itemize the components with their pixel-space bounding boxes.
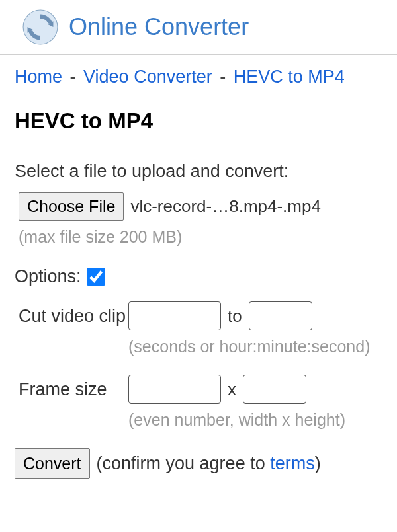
breadcrumb-sep: - — [70, 67, 76, 87]
confirm-prefix: (confirm you agree to — [97, 453, 271, 473]
breadcrumb-current[interactable]: HEVC to MP4 — [234, 67, 345, 87]
cut-to-label: to — [228, 306, 242, 326]
selected-filename: vlc-record-…8.mp4-.mp4 — [130, 196, 321, 217]
frame-hint: (even number, width x height) — [128, 410, 345, 430]
brand-name: Online Converter — [69, 13, 249, 41]
frame-width-input[interactable] — [128, 375, 221, 404]
breadcrumb: Home - Video Converter - HEVC to MP4 — [0, 55, 397, 99]
cut-video-label: Cut video clip — [19, 301, 128, 332]
cut-end-input[interactable] — [249, 301, 312, 330]
frame-size-row: Frame size x (even number, width x heigh… — [19, 375, 382, 430]
cut-start-input[interactable] — [128, 301, 221, 330]
max-size-hint: (max file size 200 MB) — [19, 227, 382, 247]
frame-height-input[interactable] — [243, 375, 306, 404]
frame-size-label: Frame size — [19, 375, 128, 405]
convert-row: Convert (confirm you agree to terms) — [15, 448, 382, 479]
options-checkbox[interactable] — [87, 268, 105, 286]
convert-button[interactable]: Convert — [15, 448, 90, 479]
breadcrumb-video-converter[interactable]: Video Converter — [83, 67, 212, 87]
cut-video-row: Cut video clip to (seconds or hour:minut… — [19, 301, 382, 356]
cut-hint: (seconds or hour:minute:second) — [128, 337, 370, 356]
page-title: HEVC to MP4 — [15, 108, 382, 133]
frame-x-label: x — [228, 379, 236, 400]
refresh-arrows-icon — [22, 9, 58, 45]
select-prompt: Select a file to upload and convert: — [15, 161, 382, 182]
file-row: Choose File vlc-record-…8.mp4-.mp4 — [19, 192, 382, 221]
options-row: Options: — [15, 266, 382, 287]
options-label: Options: — [15, 266, 81, 287]
header: Online Converter — [0, 0, 397, 55]
content: HEVC to MP4 Select a file to upload and … — [0, 99, 397, 488]
confirm-suffix: ) — [315, 453, 321, 473]
terms-link[interactable]: terms — [270, 453, 315, 473]
breadcrumb-home[interactable]: Home — [15, 67, 62, 87]
choose-file-button[interactable]: Choose File — [19, 192, 124, 221]
confirm-text: (confirm you agree to terms) — [97, 453, 321, 474]
breadcrumb-sep: - — [220, 67, 226, 87]
